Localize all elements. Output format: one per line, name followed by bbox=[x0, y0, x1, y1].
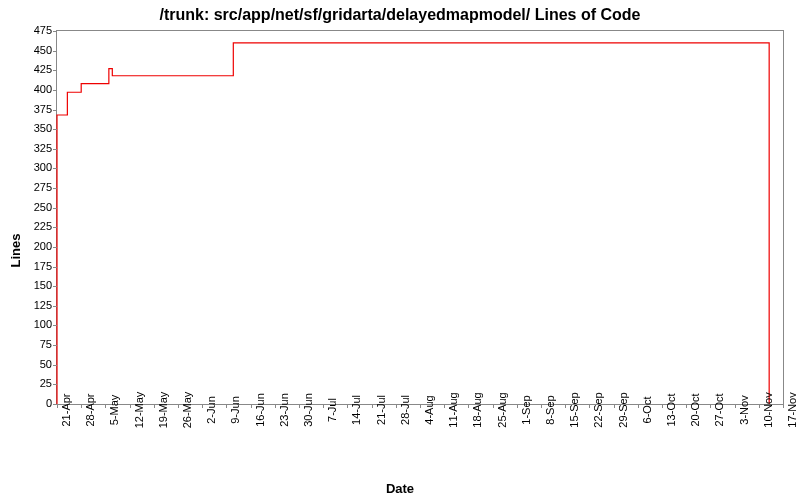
x-tick bbox=[783, 404, 784, 408]
x-tick-label: 5-May bbox=[108, 395, 120, 426]
y-tick-label: 325 bbox=[12, 142, 52, 154]
x-tick bbox=[686, 404, 687, 408]
data-line bbox=[57, 31, 783, 404]
y-tick bbox=[53, 345, 57, 346]
y-tick bbox=[53, 149, 57, 150]
x-tick bbox=[251, 404, 252, 408]
y-tick-label: 175 bbox=[12, 260, 52, 272]
x-tick-label: 19-May bbox=[157, 392, 169, 429]
x-tick bbox=[589, 404, 590, 408]
x-tick bbox=[735, 404, 736, 408]
x-tick bbox=[347, 404, 348, 408]
x-tick bbox=[614, 404, 615, 408]
y-tick-label: 300 bbox=[12, 161, 52, 173]
x-tick-label: 26-May bbox=[181, 392, 193, 429]
y-tick-label: 0 bbox=[12, 397, 52, 409]
x-tick bbox=[517, 404, 518, 408]
chart-title: /trunk: src/app/net/sf/gridarta/delayedm… bbox=[0, 6, 800, 24]
x-tick-label: 4-Aug bbox=[423, 395, 435, 424]
x-tick-label: 23-Jun bbox=[278, 393, 290, 427]
y-tick-label: 450 bbox=[12, 44, 52, 56]
x-tick bbox=[372, 404, 373, 408]
x-tick-label: 20-Oct bbox=[689, 393, 701, 426]
y-tick-label: 125 bbox=[12, 299, 52, 311]
x-tick bbox=[420, 404, 421, 408]
x-tick-label: 29-Sep bbox=[617, 392, 629, 427]
x-tick-label: 16-Jun bbox=[254, 393, 266, 427]
x-tick bbox=[81, 404, 82, 408]
x-tick bbox=[493, 404, 494, 408]
y-tick-label: 375 bbox=[12, 103, 52, 115]
x-tick-label: 12-May bbox=[133, 392, 145, 429]
x-tick-label: 22-Sep bbox=[592, 392, 604, 427]
plot-area bbox=[56, 30, 784, 405]
x-tick bbox=[323, 404, 324, 408]
y-tick-label: 350 bbox=[12, 122, 52, 134]
x-tick-label: 21-Jul bbox=[375, 395, 387, 425]
y-tick bbox=[53, 168, 57, 169]
y-tick-label: 250 bbox=[12, 201, 52, 213]
y-tick bbox=[53, 325, 57, 326]
y-tick bbox=[53, 70, 57, 71]
x-tick-label: 15-Sep bbox=[568, 392, 580, 427]
y-tick bbox=[53, 286, 57, 287]
y-tick-label: 275 bbox=[12, 181, 52, 193]
x-tick-label: 2-Jun bbox=[205, 396, 217, 424]
x-tick-label: 1-Sep bbox=[520, 395, 532, 424]
x-tick-label: 14-Jul bbox=[350, 395, 362, 425]
x-tick bbox=[638, 404, 639, 408]
x-tick bbox=[130, 404, 131, 408]
x-tick bbox=[710, 404, 711, 408]
x-tick-label: 3-Nov bbox=[738, 395, 750, 424]
x-tick bbox=[468, 404, 469, 408]
x-tick-label: 10-Nov bbox=[762, 392, 774, 427]
y-tick-label: 50 bbox=[12, 358, 52, 370]
x-tick bbox=[57, 404, 58, 408]
y-tick bbox=[53, 31, 57, 32]
x-tick-label: 27-Oct bbox=[713, 393, 725, 426]
x-tick-label: 11-Aug bbox=[447, 392, 459, 427]
y-tick bbox=[53, 306, 57, 307]
y-tick bbox=[53, 51, 57, 52]
y-tick-label: 400 bbox=[12, 83, 52, 95]
y-tick bbox=[53, 129, 57, 130]
y-tick-label: 225 bbox=[12, 220, 52, 232]
x-tick bbox=[396, 404, 397, 408]
y-tick bbox=[53, 227, 57, 228]
y-tick bbox=[53, 247, 57, 248]
y-tick-label: 100 bbox=[12, 318, 52, 330]
x-tick-label: 13-Oct bbox=[665, 393, 677, 426]
x-tick-label: 7-Jul bbox=[326, 398, 338, 422]
y-tick bbox=[53, 110, 57, 111]
y-tick bbox=[53, 365, 57, 366]
y-tick-label: 150 bbox=[12, 279, 52, 291]
x-axis-label: Date bbox=[0, 481, 800, 496]
x-tick-label: 28-Jul bbox=[399, 395, 411, 425]
x-tick-label: 9-Jun bbox=[229, 396, 241, 424]
x-tick-label: 28-Apr bbox=[84, 393, 96, 426]
x-tick bbox=[565, 404, 566, 408]
x-tick bbox=[759, 404, 760, 408]
x-tick-label: 25-Aug bbox=[496, 392, 508, 427]
x-tick-label: 30-Jun bbox=[302, 393, 314, 427]
x-tick bbox=[154, 404, 155, 408]
x-tick-label: 6-Oct bbox=[641, 397, 653, 424]
x-tick bbox=[105, 404, 106, 408]
y-tick bbox=[53, 267, 57, 268]
x-tick bbox=[299, 404, 300, 408]
x-tick-label: 8-Sep bbox=[544, 395, 556, 424]
x-tick bbox=[541, 404, 542, 408]
y-tick-label: 25 bbox=[12, 377, 52, 389]
y-tick bbox=[53, 188, 57, 189]
x-tick bbox=[178, 404, 179, 408]
y-tick bbox=[53, 90, 57, 91]
y-tick-label: 425 bbox=[12, 63, 52, 75]
chart-container: /trunk: src/app/net/sf/gridarta/delayedm… bbox=[0, 0, 800, 500]
x-tick-label: 18-Aug bbox=[471, 392, 483, 427]
y-tick bbox=[53, 384, 57, 385]
x-tick bbox=[226, 404, 227, 408]
y-tick-label: 475 bbox=[12, 24, 52, 36]
y-tick-label: 75 bbox=[12, 338, 52, 350]
x-tick bbox=[662, 404, 663, 408]
x-tick bbox=[444, 404, 445, 408]
